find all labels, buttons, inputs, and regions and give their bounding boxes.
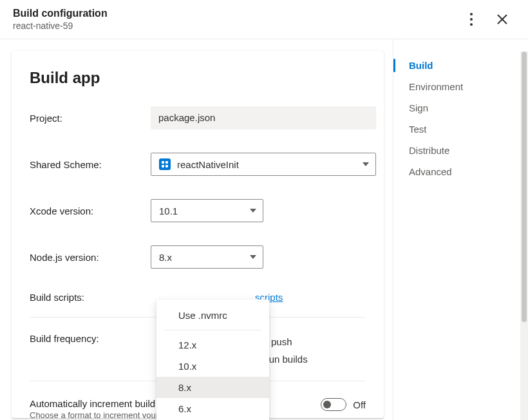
project-label: Project: [30, 113, 151, 124]
shared-scheme-row: Shared Scheme: reactNativeInit [30, 153, 366, 176]
sidebar-item-label: Environment [409, 81, 463, 92]
sidebar-item-environment[interactable]: Environment [393, 76, 528, 97]
shared-scheme-value: reactNativeInit [177, 159, 239, 170]
app-icon [159, 158, 171, 170]
nodejs-version-value: 8.x [159, 252, 172, 263]
xcode-version-row: Xcode version: 10.1 [30, 199, 366, 222]
build-scripts-label: Build scripts: [30, 292, 151, 303]
build-frequency-line1: ery push [255, 333, 366, 350]
sidebar-item-label: Test [409, 124, 427, 135]
scrollbar[interactable] [520, 52, 528, 420]
build-frequency-label: Build frequency: [30, 333, 151, 344]
vertical-dots-icon [470, 13, 473, 26]
page-title: Build app [30, 69, 366, 87]
xcode-version-select[interactable]: 10.1 [151, 199, 263, 222]
dropdown-divider [164, 330, 261, 330]
chevron-down-icon [250, 209, 256, 213]
project-row: Project: package.json [30, 106, 366, 129]
header-subtitle: react-native-59 [13, 21, 108, 31]
sidebar-item-distribute[interactable]: Distribute [393, 140, 528, 161]
sidebar-item-test[interactable]: Test [393, 119, 528, 140]
auto-increment-toggle[interactable] [321, 398, 346, 411]
nodejs-option-6x[interactable]: 6.x [156, 398, 269, 419]
chevron-down-icon [363, 162, 369, 166]
sidebar-item-label: Sign [409, 102, 428, 113]
build-frequency-line2: to run builds [255, 350, 366, 368]
nodejs-dropdown-popup: Use .nvmrc 12.x 10.x 8.x 6.x [156, 300, 269, 420]
shared-scheme-label: Shared Scheme: [30, 159, 151, 170]
project-value: package.json [151, 106, 376, 129]
sidebar-item-label: Build [409, 60, 433, 71]
header: Build configuration react-native-59 [0, 0, 528, 39]
sidebar-item-sign[interactable]: Sign [393, 97, 528, 119]
sidebar-item-label: Advanced [409, 166, 452, 177]
nodejs-option-use-nvmrc[interactable]: Use .nvmrc [156, 305, 269, 326]
nodejs-version-select[interactable]: 8.x [151, 245, 263, 269]
sidebar: Build Environment Sign Test Distribute A… [393, 39, 528, 420]
nodejs-option-10x[interactable]: 10.x [156, 356, 269, 377]
toggle-thumb [323, 401, 331, 408]
close-button[interactable] [492, 9, 513, 30]
nodejs-version-row: Node.js version: 8.x [30, 245, 366, 269]
shared-scheme-select[interactable]: reactNativeInit [151, 153, 376, 176]
chevron-down-icon [250, 255, 256, 259]
more-options-button[interactable] [461, 9, 482, 30]
header-actions [461, 9, 513, 30]
nodejs-version-label: Node.js version: [30, 252, 151, 263]
sidebar-item-label: Distribute [409, 145, 449, 156]
xcode-version-value: 10.1 [159, 205, 178, 216]
header-title: Build configuration [13, 8, 108, 19]
sidebar-item-build[interactable]: Build [393, 55, 528, 76]
sidebar-item-advanced[interactable]: Advanced [393, 161, 528, 182]
close-icon [496, 14, 508, 25]
header-left: Build configuration react-native-59 [13, 8, 108, 31]
auto-increment-state: Off [353, 399, 366, 410]
scrollbar-thumb[interactable] [522, 52, 527, 322]
xcode-version-label: Xcode version: [30, 205, 151, 216]
nodejs-option-12x[interactable]: 12.x [156, 334, 269, 356]
nodejs-option-8x[interactable]: 8.x [156, 377, 269, 398]
